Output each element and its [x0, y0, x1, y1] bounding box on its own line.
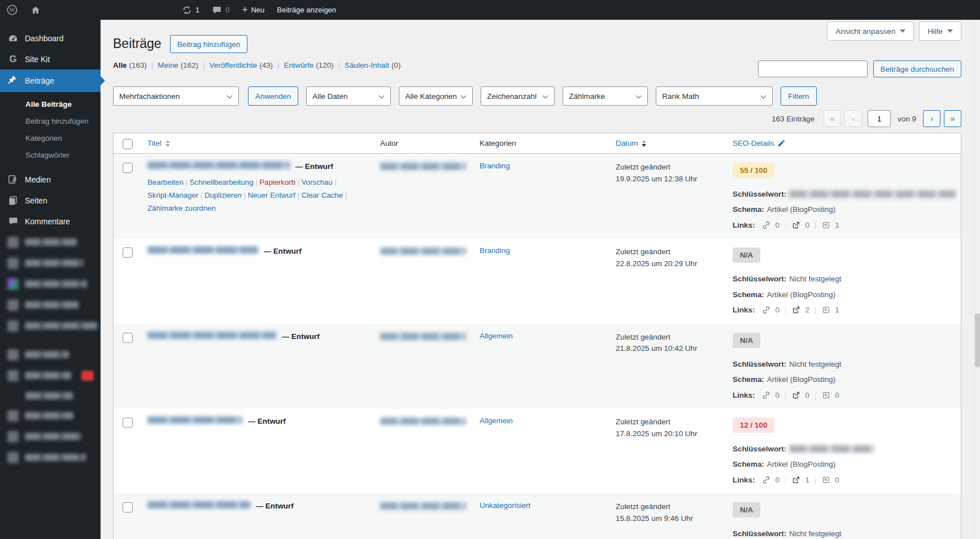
wordpress-logo-menu[interactable]: W — [0, 0, 24, 20]
search-posts-button[interactable]: Beiträge durchsuchen — [873, 60, 961, 77]
sidebar-item-redacted[interactable] — [0, 405, 101, 426]
date-filter-select[interactable]: Alle Daten — [306, 86, 391, 106]
comment-icon — [212, 5, 222, 15]
submenu-add-post[interactable]: Beitrag hinzufügen — [0, 112, 101, 129]
sidebar-item-redacted[interactable] — [0, 365, 101, 386]
new-label: Neu — [251, 6, 264, 14]
sidebar-item-redacted[interactable] — [0, 426, 101, 447]
search-input[interactable] — [758, 60, 868, 77]
sidebar-item-redacted[interactable] — [0, 315, 101, 336]
sidebar-item-posts[interactable]: Beiträge — [0, 69, 101, 92]
last-page-button[interactable]: » — [944, 110, 961, 127]
scrollbar-thumb[interactable] — [975, 314, 980, 367]
screen-options-button[interactable]: Ansicht anpassen — [827, 21, 914, 41]
redacted-label — [25, 372, 71, 379]
sidebar-item-redacted[interactable] — [0, 232, 101, 253]
action-script-manager[interactable]: Skript-Manager — [147, 191, 198, 199]
category-link[interactable]: Branding — [480, 162, 510, 170]
new-content-menu[interactable]: + Neu — [236, 0, 271, 20]
comments-menu[interactable]: 0 — [206, 0, 236, 20]
select-all-checkbox[interactable] — [123, 139, 133, 149]
category-link[interactable]: Allgemein — [480, 416, 513, 425]
sidebar-item-media[interactable]: Medien — [0, 169, 101, 190]
category-filter-select[interactable]: Alle Kategorien — [399, 86, 473, 106]
schema-label: Schema: — [733, 289, 764, 300]
row-checkbox[interactable] — [123, 418, 133, 428]
view-mine[interactable]: Meine — [158, 61, 178, 69]
chevron-down-icon — [761, 93, 766, 99]
category-link[interactable]: Unkategorisiert — [480, 501, 530, 510]
table-row: — Entwurf Allgemein Zuletzt geändert 21.… — [114, 324, 961, 408]
redacted-icon — [7, 452, 19, 463]
action-new-draft[interactable]: Neuer Entwurf — [248, 191, 295, 199]
redacted-label — [25, 433, 81, 440]
action-clear-cache[interactable]: Clear Cache — [302, 191, 343, 199]
sidebar-item-site-kit[interactable]: G Site Kit — [0, 49, 101, 69]
next-page-button[interactable]: › — [923, 110, 940, 127]
current-page-input[interactable] — [868, 110, 891, 127]
apply-button[interactable]: Anwenden — [248, 86, 298, 106]
home-icon — [31, 5, 41, 15]
submenu-all-posts[interactable]: Alle Beiträge — [0, 95, 101, 112]
internal-link-icon — [761, 390, 771, 400]
redacted-author[interactable] — [380, 163, 466, 170]
media-icon — [7, 174, 19, 185]
action-edit[interactable]: Bearbeiten — [147, 178, 184, 186]
incoming-link-icon — [821, 220, 831, 230]
page-scrollbar[interactable] — [974, 20, 980, 539]
redacted-author[interactable] — [380, 502, 466, 510]
row-checkbox[interactable] — [123, 247, 133, 258]
row-checkbox[interactable] — [123, 502, 133, 512]
sort-by-title-header[interactable]: Titel — [147, 139, 170, 147]
action-duplicate[interactable]: Duplizieren — [204, 191, 242, 199]
action-assign-zaehlmarke[interactable]: Zählmarke zuordnen — [147, 204, 216, 212]
view-pillar-content[interactable]: Säulen-Inhalt — [345, 61, 389, 69]
view-all[interactable]: Alle — [113, 61, 127, 69]
action-quick-edit[interactable]: Schnellbearbeitung — [190, 178, 254, 186]
sidebar-item-comments[interactable]: Kommentare — [0, 211, 101, 232]
sidebar-item-redacted[interactable] — [0, 273, 101, 294]
action-trash[interactable]: Papierkorb — [259, 178, 295, 186]
view-published[interactable]: Veröffentlichte — [210, 61, 258, 69]
add-post-button[interactable]: Beitrag hinzufügen — [170, 35, 248, 53]
updates-menu[interactable]: 1 — [176, 0, 206, 20]
post-title-link[interactable] — [147, 501, 250, 508]
chevron-down-icon — [947, 29, 953, 33]
help-button[interactable]: Hilfe — [919, 21, 961, 41]
sidebar-item-redacted[interactable] — [0, 344, 101, 365]
redacted-author[interactable] — [380, 333, 466, 340]
post-title-link[interactable] — [147, 416, 242, 424]
category-link[interactable]: Allgemein — [480, 332, 513, 340]
submenu-tags[interactable]: Schlagwörter — [0, 146, 101, 163]
zaehlmarke-filter-select[interactable]: Zählmarke — [563, 86, 648, 106]
prev-page-button[interactable]: ‹ — [844, 110, 862, 127]
sidebar-item-redacted[interactable] — [0, 294, 101, 315]
seo-details-header[interactable]: SEO-Details — [733, 139, 786, 147]
post-title-link[interactable] — [147, 332, 276, 339]
sidebar-item-dashboard[interactable]: Dashboard — [0, 28, 101, 49]
sitekit-g-icon: G — [7, 54, 19, 65]
redacted-author[interactable] — [380, 418, 466, 425]
post-title-link[interactable] — [147, 162, 290, 169]
rank-math-filter-select[interactable]: Rank Math — [656, 86, 773, 106]
action-preview[interactable]: Vorschau — [302, 178, 333, 186]
bulk-actions-select[interactable]: Mehrfachaktionen — [113, 86, 239, 106]
redacted-author[interactable] — [380, 247, 466, 255]
filter-button[interactable]: Filtern — [781, 86, 816, 106]
category-link[interactable]: Branding — [480, 246, 510, 255]
sidebar-item-redacted[interactable] — [0, 447, 101, 468]
view-posts-link[interactable]: Beiträge anzeigen — [271, 0, 342, 20]
sidebar-item-pages[interactable]: Seiten — [0, 190, 101, 211]
sidebar-item-redacted[interactable] — [0, 253, 101, 273]
submenu-categories[interactable]: Kategorien — [0, 129, 101, 146]
sidebar-subitem-redacted[interactable] — [0, 386, 101, 405]
sort-by-date-header[interactable]: Datum — [616, 139, 646, 147]
redacted-keyword — [789, 190, 956, 198]
site-home-menu[interactable] — [24, 0, 47, 20]
row-checkbox[interactable] — [123, 333, 133, 343]
first-page-button[interactable]: « — [824, 110, 841, 127]
char-count-filter-select[interactable]: Zeichenanzahl — [481, 86, 555, 106]
row-checkbox[interactable] — [123, 163, 133, 173]
post-title-link[interactable] — [147, 246, 258, 254]
view-drafts[interactable]: Entwürfe — [284, 61, 313, 69]
